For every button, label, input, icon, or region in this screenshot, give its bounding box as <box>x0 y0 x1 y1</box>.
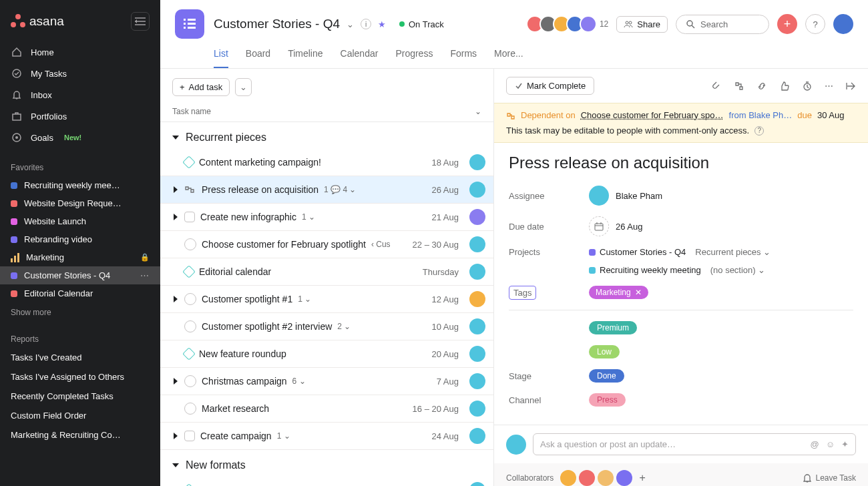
task-row[interactable]: Create campaign 1 ⌄24 Aug <box>160 423 493 450</box>
favorite-item[interactable]: Editorial Calendar <box>0 284 160 302</box>
dependency-icon[interactable] <box>184 184 196 195</box>
project-section[interactable]: Recurrent pieces ⌄ <box>695 247 771 257</box>
assignee-avatar[interactable] <box>469 428 485 444</box>
share-button[interactable]: Share <box>616 16 668 33</box>
nav-my-tasks[interactable]: My Tasks <box>0 63 160 84</box>
more-icon[interactable]: ⋯ <box>825 81 833 91</box>
close-pane-icon[interactable] <box>845 81 856 91</box>
tab-timeline[interactable]: Timeline <box>288 43 322 68</box>
assignee-avatar[interactable] <box>469 482 485 486</box>
leave-task-button[interactable]: Leave Task <box>803 473 857 483</box>
assignee-avatar[interactable] <box>469 209 485 225</box>
project-chip-row[interactable]: Recruiting weekly meeting(no section) ⌄ <box>589 265 765 275</box>
brand-logo[interactable]: asana <box>11 14 64 29</box>
info-icon[interactable]: i <box>361 19 371 29</box>
report-item[interactable]: Custom Field Order <box>0 406 160 425</box>
task-row[interactable]: Create new infographic 1 ⌄21 Aug <box>160 204 493 231</box>
mark-complete-button[interactable]: Mark Complete <box>506 77 594 95</box>
check-circle-icon[interactable] <box>184 375 196 387</box>
tag-marketing[interactable]: Marketing ✕ <box>589 286 648 299</box>
check-circle-icon[interactable] <box>184 403 196 415</box>
tab-more[interactable]: More... <box>494 43 523 68</box>
section-header[interactable]: New formats <box>160 450 493 477</box>
task-row[interactable]: Choose customer for February spotlight ‹… <box>160 231 493 258</box>
favorite-item[interactable]: Rebranding video <box>0 230 160 248</box>
add-collaborator-button[interactable]: + <box>639 472 645 484</box>
check-circle-icon[interactable] <box>184 320 196 332</box>
assignee-avatar[interactable] <box>469 291 485 307</box>
expand-icon[interactable] <box>172 296 179 302</box>
chevron-down-icon[interactable]: ⌄ <box>475 107 481 116</box>
collaborator-avatars[interactable] <box>560 470 632 486</box>
project-icon[interactable] <box>175 9 204 39</box>
project-chip[interactable]: Customer Stories - Q4 <box>589 247 686 257</box>
task-title[interactable]: Press release on acquisition <box>509 154 853 172</box>
search-input[interactable]: Search <box>676 15 769 34</box>
report-item[interactable]: Tasks I've Created <box>0 348 160 367</box>
favorite-item[interactable]: Marketing🔒 <box>0 248 160 266</box>
expand-icon[interactable] <box>172 433 179 439</box>
task-row[interactable]: Press release on acquisition 1 💬 4 ⌄26 A… <box>160 176 493 204</box>
favorite-item[interactable]: Website Launch <box>0 212 160 230</box>
tab-calendar[interactable]: Calendar <box>341 43 379 68</box>
assignee-value[interactable]: Blake Pham <box>589 186 662 206</box>
milestone-icon[interactable] <box>182 265 196 278</box>
task-row[interactable]: Customer spotlight #2 interview 2 ⌄10 Au… <box>160 313 493 340</box>
collaborator-avatar[interactable] <box>579 470 595 486</box>
help-icon[interactable]: ? <box>754 126 764 136</box>
task-row[interactable]: Editorial calendarThursday <box>160 258 493 286</box>
favorite-item[interactable]: Recruiting weekly mee… <box>0 176 160 194</box>
milestone-icon[interactable] <box>182 347 196 360</box>
like-icon[interactable] <box>779 81 790 91</box>
banner-dep-owner[interactable]: from Blake Ph… <box>729 110 793 120</box>
comment-input[interactable]: Ask a question or post an update… @ ☺ ✦ <box>533 433 856 455</box>
approval-icon[interactable] <box>184 212 195 222</box>
check-circle-icon[interactable] <box>184 293 196 305</box>
custom-field-value[interactable]: Done <box>589 369 624 383</box>
task-row[interactable]: PDF Proofing 1 ⌄6 Aug <box>160 477 493 486</box>
star-icon[interactable]: ★ <box>378 19 386 29</box>
report-item[interactable]: Tasks I've Assigned to Others <box>0 367 160 387</box>
collaborator-avatar[interactable] <box>616 470 632 486</box>
favorite-item[interactable]: Website Design Reque… <box>0 194 160 212</box>
create-button[interactable]: + <box>777 14 797 34</box>
tags-value[interactable]: Marketing ✕ <box>589 286 648 299</box>
assignee-avatar[interactable] <box>469 346 485 362</box>
duedate-value[interactable]: 26 Aug <box>589 216 643 236</box>
assignee-avatar[interactable] <box>469 318 485 334</box>
project-chip-row[interactable]: Customer Stories - Q4Recurrent pieces ⌄ <box>589 247 771 257</box>
link-icon[interactable] <box>756 81 767 91</box>
assignee-avatar[interactable] <box>469 182 485 198</box>
approval-icon[interactable] <box>184 431 195 441</box>
banner-dep-task-link[interactable]: Choose customer for February spo… <box>581 110 724 120</box>
assignee-avatar[interactable] <box>469 264 485 280</box>
more-icon[interactable]: ⋯ <box>140 270 150 280</box>
collaborator-avatar[interactable] <box>598 470 614 486</box>
section-header[interactable]: Recurrent pieces <box>160 122 493 149</box>
tab-forms[interactable]: Forms <box>450 43 477 68</box>
tags-label[interactable]: Tags <box>509 286 536 300</box>
custom-field-value[interactable]: Premium <box>589 321 637 334</box>
nav-home[interactable]: Home <box>0 41 160 63</box>
expand-icon[interactable] <box>172 186 179 193</box>
member-avatars[interactable]: 12 <box>530 15 608 33</box>
subtask-icon[interactable] <box>734 81 744 91</box>
project-chip[interactable]: Recruiting weekly meeting <box>589 265 701 275</box>
favorite-item[interactable]: Customer Stories - Q4⋯ <box>0 266 160 284</box>
emoji-icon[interactable]: ☺ <box>826 439 835 449</box>
collapse-sidebar-button[interactable] <box>131 12 150 31</box>
custom-field-value[interactable]: Low <box>589 345 620 358</box>
user-avatar[interactable] <box>833 14 853 34</box>
tab-progress[interactable]: Progress <box>395 43 433 68</box>
assignee-avatar[interactable] <box>469 373 485 389</box>
nav-inbox[interactable]: Inbox <box>0 84 160 105</box>
report-item[interactable]: Recently Completed Tasks <box>0 387 160 406</box>
tab-list[interactable]: List <box>214 43 228 68</box>
expand-icon[interactable] <box>172 214 179 220</box>
task-row[interactable]: Market research16 – 20 Aug <box>160 395 493 423</box>
nav-goals[interactable]: GoalsNew! <box>0 127 160 148</box>
check-circle-icon[interactable] <box>184 238 196 250</box>
nav-portfolios[interactable]: Portfolios <box>0 105 160 127</box>
custom-field-value[interactable]: Press <box>589 393 626 407</box>
task-row[interactable]: Christmas campaign 6 ⌄7 Aug <box>160 368 493 395</box>
